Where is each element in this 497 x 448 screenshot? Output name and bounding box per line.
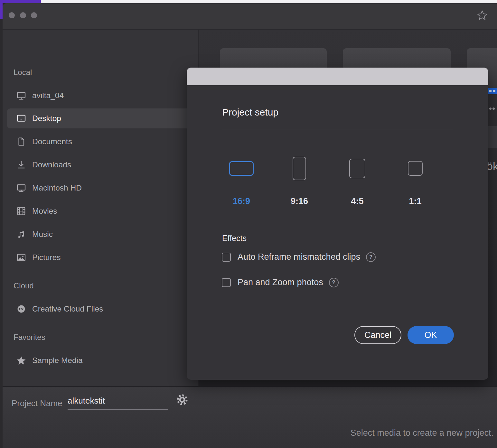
close-button[interactable] xyxy=(9,12,15,18)
sidebar-item-macintosh-hd[interactable]: Macintosh HD xyxy=(7,178,192,198)
effect-row-auto-reframe: Auto Reframe mismatched clips ? xyxy=(222,252,376,262)
sidebar-item-movies[interactable]: Movies xyxy=(7,201,192,221)
footer-bar: Project Name Select media to create a ne… xyxy=(3,386,497,448)
desktop-background-strip xyxy=(0,0,497,3)
sidebar-item-label: Macintosh HD xyxy=(32,183,82,192)
sidebar-item-label: Desktop xyxy=(32,114,61,123)
sidebar: Local avilta_04 Desktop xyxy=(3,30,199,386)
aspect-option-9-16[interactable]: 9:16 xyxy=(277,150,322,214)
aspect-1-1-icon xyxy=(408,161,423,176)
effect-label: Auto Reframe mismatched clips xyxy=(238,252,360,262)
sidebar-item-label: Music xyxy=(32,230,53,239)
desktop-purple-strip xyxy=(0,0,41,3)
sidebar-item-label: Documents xyxy=(32,137,72,146)
aspect-16-9-icon xyxy=(229,161,254,176)
sidebar-item-creative-cloud-files[interactable]: Creative Cloud Files xyxy=(7,299,192,319)
sidebar-section-local: Local xyxy=(14,68,32,77)
sidebar-item-pictures[interactable]: Pictures xyxy=(7,247,192,267)
desktop-purple-edge xyxy=(0,0,3,19)
project-setup-dialog: Project setup 16:9 9:16 4:5 1:1 Effects … xyxy=(187,68,488,380)
media-thumbnail-partial xyxy=(488,126,497,148)
sidebar-item-documents[interactable]: Documents xyxy=(7,132,192,152)
aspect-label: 1:1 xyxy=(409,196,421,206)
aspect-option-16-9[interactable]: 16:9 xyxy=(219,150,264,214)
media-thumbnail-partial xyxy=(488,88,497,94)
image-icon xyxy=(16,252,26,263)
sidebar-item-label: Creative Cloud Files xyxy=(32,304,103,313)
monitor-icon xyxy=(16,90,26,101)
dialog-title: Project setup xyxy=(222,107,278,118)
aspect-4-5-icon xyxy=(349,159,365,178)
effect-label: Pan and Zoom photos xyxy=(238,277,323,287)
aspect-option-1-1[interactable]: 1:1 xyxy=(393,150,438,214)
help-glyph: ? xyxy=(369,254,372,260)
sidebar-section-cloud: Cloud xyxy=(14,281,34,290)
sidebar-item-sample-media[interactable]: Sample Media xyxy=(7,350,192,370)
gear-icon[interactable] xyxy=(176,393,189,406)
checkbox-pan-zoom[interactable] xyxy=(222,278,231,287)
sidebar-item-avilta-04[interactable]: avilta_04 xyxy=(7,86,192,106)
sidebar-item-downloads[interactable]: Downloads xyxy=(7,155,192,175)
music-note-icon xyxy=(16,229,26,239)
dialog-divider xyxy=(222,130,453,130)
aspect-label: 16:9 xyxy=(233,196,250,206)
effects-heading: Effects xyxy=(222,234,247,243)
dialog-header[interactable] xyxy=(187,68,488,85)
zoom-button[interactable] xyxy=(31,12,37,18)
desktop-icon xyxy=(16,113,26,124)
sidebar-item-label: Movies xyxy=(32,207,57,216)
media-meta-partial xyxy=(489,107,496,111)
ok-button[interactable]: OK xyxy=(408,326,454,344)
project-name-label: Project Name xyxy=(12,398,62,408)
sidebar-item-label: avilta_04 xyxy=(32,91,64,100)
sidebar-item-label: Sample Media xyxy=(32,356,83,365)
cancel-button[interactable]: Cancel xyxy=(354,326,401,344)
help-glyph: ? xyxy=(332,279,335,286)
monitor-icon xyxy=(16,183,26,193)
checkbox-auto-reframe[interactable] xyxy=(222,253,231,262)
effect-row-pan-zoom: Pan and Zoom photos ? xyxy=(222,277,339,287)
sidebar-item-desktop[interactable]: Desktop xyxy=(7,108,192,128)
titlebar xyxy=(3,3,497,30)
document-icon xyxy=(16,136,26,147)
project-name-input[interactable] xyxy=(68,396,168,410)
sidebar-section-favorites: Favorites xyxy=(14,333,45,342)
download-icon xyxy=(16,160,26,170)
minimize-button[interactable] xyxy=(20,12,26,18)
star-outline-icon[interactable] xyxy=(477,10,488,21)
star-filled-icon xyxy=(16,355,26,366)
aspect-label: 4:5 xyxy=(351,196,363,206)
help-icon[interactable]: ? xyxy=(366,252,376,262)
aspect-option-4-5[interactable]: 4:5 xyxy=(335,150,380,214)
aspect-9-16-icon xyxy=(293,157,306,180)
film-icon xyxy=(16,206,26,216)
sidebar-item-label: Downloads xyxy=(32,160,71,169)
aspect-label: 9:16 xyxy=(291,196,308,206)
creative-cloud-icon xyxy=(16,304,26,314)
sidebar-item-music[interactable]: Music xyxy=(7,224,192,244)
sidebar-item-label: Pictures xyxy=(32,253,61,262)
status-text: Select media to create a new project. xyxy=(351,428,493,438)
help-icon[interactable]: ? xyxy=(329,278,339,287)
